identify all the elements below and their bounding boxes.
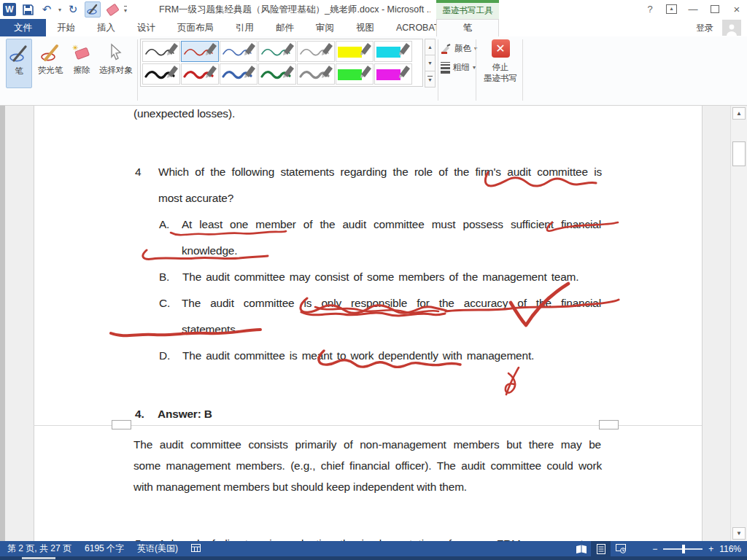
window-controls: ? ▴ — × [644, 3, 743, 15]
language-indicator[interactable]: 英语(美国) [137, 542, 178, 555]
zoom-in-icon[interactable]: + [708, 544, 713, 554]
pen-style-swatch[interactable] [297, 63, 335, 85]
doc-text-line: The audit committee consists primarily o… [133, 438, 601, 452]
tab-home[interactable]: 开始 [46, 19, 86, 36]
customize-qat-icon[interactable]: ▾ [124, 6, 127, 14]
option-d-label: D. [159, 349, 170, 363]
pen-icon [9, 42, 29, 66]
tab-file[interactable]: 文件 [0, 19, 46, 36]
pen-style-swatch[interactable] [258, 41, 296, 62]
zoom-slider[interactable] [663, 548, 703, 550]
pen-style-swatch[interactable] [142, 63, 180, 85]
ink-pen-icon[interactable] [85, 1, 101, 18]
tab-references[interactable]: 引用 [225, 19, 265, 36]
ribbon-tab-row: 文件 开始 插入 设计 页面布局 引用 邮件 审阅 视图 ACROBAT 笔 登… [0, 19, 747, 36]
thickness-icon [441, 62, 450, 74]
pen-style-swatch[interactable] [220, 41, 258, 62]
answer-number: 4. [135, 407, 144, 421]
stop-inking-button[interactable]: ✕ 停止 墨迹书写 [480, 39, 521, 98]
word-logo-icon: W [3, 3, 16, 16]
save-icon[interactable] [20, 2, 35, 17]
zoom-out-icon[interactable]: − [652, 544, 657, 554]
highlighter-style-swatch[interactable] [336, 63, 374, 85]
pen-style-swatch[interactable] [258, 63, 296, 85]
option-b-label: B. [159, 270, 169, 284]
cursor-arrow-icon [108, 42, 124, 65]
read-mode-icon[interactable] [571, 541, 591, 556]
option-c-label: C. [159, 296, 170, 311]
tab-page-layout[interactable]: 页面布局 [166, 19, 225, 36]
ribbon: 笔 荧光笔 ✳ 擦除 选择对象 写入 ▲ ▼ ▼ 笔 [0, 36, 747, 106]
ink-eraser-icon[interactable] [105, 2, 120, 17]
zoom-slider-thumb[interactable] [682, 545, 685, 553]
zoom-level[interactable]: 116% [719, 544, 741, 554]
doc-text-line: most accurate? [158, 191, 233, 206]
eraser-icon: ✳ [71, 42, 93, 65]
tab-design[interactable]: 设计 [126, 19, 166, 36]
question-number: 4 [135, 165, 141, 179]
doc-text-line: The audit committee is only responsible … [182, 296, 601, 311]
gallery-scroll-down-icon[interactable]: ▼ [425, 55, 436, 71]
vertical-scrollbar[interactable]: ▲ ▼ [730, 106, 747, 541]
doc-text-line: statements. [182, 322, 239, 337]
pen-style-swatch[interactable] [297, 41, 335, 62]
sign-in-link[interactable]: 登录 [696, 19, 713, 36]
pen-style-swatch[interactable] [142, 41, 180, 62]
scrollbar-thumb[interactable] [732, 141, 746, 166]
highlighter-style-swatch[interactable] [374, 41, 412, 62]
bottom-strip [0, 556, 747, 560]
pen-style-gallery [140, 39, 423, 87]
doc-text-line: some management members. (e.g., chief fi… [133, 459, 602, 473]
margin-crop-mark [112, 420, 131, 429]
doc-text-line: knowledge. [182, 244, 237, 258]
select-objects-button[interactable]: 选择对象 [96, 39, 136, 88]
tab-insert[interactable]: 插入 [86, 19, 126, 36]
zoom-controls: − + 116% [652, 541, 741, 556]
scroll-down-icon[interactable]: ▼ [732, 527, 746, 540]
title-bar: W ↶ ▾ ↻ ▾ FRM一级习题集经典题（风险管理基础）_姚老师.docx -… [0, 0, 747, 19]
avatar-icon[interactable] [722, 20, 741, 36]
gallery-scroll-up-icon[interactable]: ▲ [425, 39, 436, 55]
undo-dropdown-icon[interactable]: ▾ [58, 7, 61, 13]
minimize-icon[interactable]: — [687, 3, 699, 15]
close-icon[interactable]: × [731, 3, 743, 15]
restore-icon[interactable] [709, 3, 721, 15]
status-bar: 第 2 页, 共 27 页 6195 个字 英语(美国) − + 116% [0, 541, 747, 556]
document-title: FRM一级习题集经典题（风险管理基础）_姚老师.docx - Microsoft… [159, 4, 430, 16]
print-layout-icon[interactable] [591, 541, 611, 556]
pen-button[interactable]: 笔 [6, 39, 32, 88]
erase-button[interactable]: ✳ 擦除 [69, 39, 95, 88]
highlighter-button[interactable]: 荧光笔 [34, 39, 67, 88]
pen-style-swatch[interactable] [181, 41, 219, 62]
word-count[interactable]: 6195 个字 [85, 542, 124, 555]
doc-text-line: Which of the following statements regard… [158, 165, 602, 179]
brush-icon [441, 44, 452, 54]
doc-text-line: At least one member of the audit committ… [182, 217, 601, 232]
redo-icon[interactable]: ↻ [66, 2, 80, 17]
highlighter-style-swatch[interactable] [374, 63, 412, 85]
tab-mailings[interactable]: 邮件 [265, 19, 305, 36]
pen-style-swatch[interactable] [181, 63, 219, 85]
tab-view[interactable]: 视图 [345, 19, 385, 36]
input-grid-icon[interactable] [191, 544, 201, 554]
ribbon-display-options-icon[interactable]: ▴ [666, 4, 677, 14]
web-layout-icon[interactable] [611, 541, 630, 556]
scroll-up-icon[interactable]: ▲ [732, 107, 746, 120]
tab-pens-active[interactable]: 笔 [436, 19, 499, 36]
tab-review[interactable]: 审阅 [305, 19, 345, 36]
doc-text-line: The audit committee may consist of some … [182, 270, 578, 284]
gallery-more-icon[interactable]: ▼ [425, 71, 436, 88]
answer-line: Answer: B [158, 407, 212, 421]
highlighter-style-swatch[interactable] [336, 41, 374, 62]
pen-style-swatch[interactable] [220, 63, 258, 85]
window-edge [0, 106, 5, 541]
undo-icon[interactable]: ↶ [39, 2, 54, 17]
doc-text-line: The audit committee is meant to work dep… [182, 349, 534, 363]
help-icon[interactable]: ? [644, 3, 656, 15]
view-switcher [571, 541, 630, 556]
option-a-label: A. [159, 217, 169, 232]
page-indicator[interactable]: 第 2 页, 共 27 页 [7, 542, 71, 555]
stop-inking-x-icon: ✕ [492, 39, 510, 58]
gallery-scroll-controls: ▲ ▼ ▼ [425, 39, 436, 87]
doc-text-line: (unexpected losses). [133, 106, 235, 121]
